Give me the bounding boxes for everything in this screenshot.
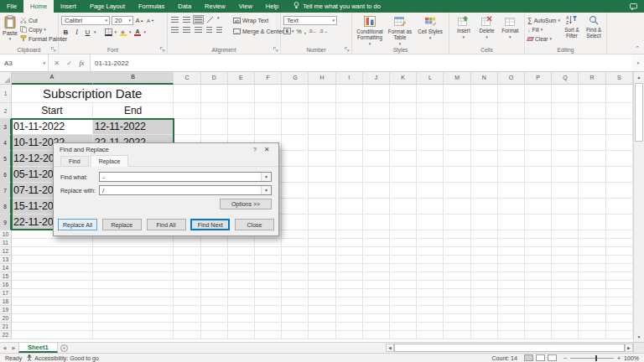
row-header-22[interactable]: 22 — [0, 331, 12, 339]
cell-L15[interactable] — [417, 272, 444, 281]
percent-style-button[interactable]: % — [297, 28, 302, 34]
cell-K4[interactable] — [390, 135, 417, 151]
cell-R22[interactable] — [579, 331, 605, 339]
cell-O14[interactable] — [498, 264, 525, 272]
enter-button[interactable]: ✓ — [63, 59, 75, 67]
cell-F20[interactable] — [255, 314, 282, 323]
cell-R18[interactable] — [579, 297, 605, 306]
cell-K9[interactable] — [390, 215, 417, 230]
new-sheet-button[interactable]: + — [58, 343, 71, 353]
cell-J21[interactable] — [363, 323, 390, 331]
align-bottom-button[interactable] — [194, 16, 203, 23]
cell-H11[interactable] — [309, 239, 335, 247]
cell-C20[interactable] — [174, 314, 200, 323]
cell-H18[interactable] — [309, 297, 335, 306]
cell-R2[interactable] — [579, 103, 605, 119]
cell-K1[interactable] — [390, 85, 417, 103]
merge-center-button[interactable]: ↔ Merge & Center ▾ — [233, 27, 288, 35]
column-header-P[interactable]: P — [525, 72, 552, 85]
center-button[interactable] — [182, 26, 191, 34]
font-color-button[interactable]: A — [133, 28, 143, 37]
cell-B19[interactable] — [93, 306, 174, 314]
decrease-decimal-button[interactable]: .0→ — [319, 28, 328, 34]
cell-C21[interactable] — [174, 323, 200, 331]
cell-H17[interactable] — [309, 289, 335, 297]
cell-Q8[interactable] — [552, 199, 579, 215]
cell-P6[interactable] — [525, 167, 552, 183]
cell-R20[interactable] — [579, 314, 605, 323]
cell-M2[interactable] — [444, 103, 470, 119]
cell-M1[interactable] — [444, 85, 470, 103]
cell-I3[interactable] — [336, 119, 363, 135]
cell-Q5[interactable] — [552, 151, 579, 167]
cell-O13[interactable] — [498, 256, 525, 264]
number-dialog-launcher[interactable] — [345, 47, 350, 52]
cell-K15[interactable] — [390, 272, 417, 281]
cell-P4[interactable] — [525, 135, 552, 151]
insert-function-button[interactable]: fx — [75, 59, 88, 67]
cell-E19[interactable] — [228, 306, 255, 314]
cell-K17[interactable] — [390, 289, 417, 297]
cell-K19[interactable] — [390, 306, 417, 314]
replace-all-button[interactable]: Replace All — [58, 219, 97, 230]
column-header-R[interactable]: R — [579, 72, 605, 85]
cell-K3[interactable] — [390, 119, 417, 135]
cell-K13[interactable] — [390, 256, 417, 264]
cell-D16[interactable] — [201, 281, 228, 289]
cell-J15[interactable] — [363, 272, 390, 281]
cell-B16[interactable] — [93, 281, 174, 289]
cell-O20[interactable] — [498, 314, 525, 323]
cell-Q14[interactable] — [552, 264, 579, 272]
cell-G17[interactable] — [282, 289, 309, 297]
cell-G12[interactable] — [282, 247, 309, 256]
cell-I14[interactable] — [336, 264, 363, 272]
dialog-tab-find[interactable]: Find — [60, 156, 89, 167]
cell-S17[interactable] — [606, 289, 633, 297]
cell-H13[interactable] — [309, 256, 335, 264]
cell-I19[interactable] — [336, 306, 363, 314]
cell-C13[interactable] — [174, 256, 200, 264]
cell-C18[interactable] — [174, 297, 200, 306]
row-header-16[interactable]: 16 — [0, 281, 12, 289]
cell-J12[interactable] — [363, 247, 390, 256]
cell-H8[interactable] — [309, 199, 335, 215]
find-next-button[interactable]: Find Next — [190, 219, 230, 230]
cell-O5[interactable] — [498, 151, 525, 167]
clipboard-dialog-launcher[interactable] — [51, 47, 56, 52]
cell-L20[interactable] — [417, 314, 444, 323]
cell-J13[interactable] — [363, 256, 390, 264]
cell-D11[interactable] — [201, 239, 228, 247]
cell-C1[interactable] — [174, 85, 200, 103]
cell-J7[interactable] — [363, 183, 390, 199]
underline-dropdown[interactable]: ▾ — [94, 30, 96, 34]
cell-P12[interactable] — [525, 247, 552, 256]
select-all-button[interactable] — [0, 72, 12, 85]
cell-N14[interactable] — [471, 264, 498, 272]
cell-O18[interactable] — [498, 297, 525, 306]
column-header-C[interactable]: C — [174, 72, 200, 85]
zoom-slider[interactable] — [570, 358, 614, 359]
cell-R13[interactable] — [579, 256, 605, 264]
cell-O16[interactable] — [498, 281, 525, 289]
cell-G7[interactable] — [282, 183, 309, 199]
cell-E11[interactable] — [228, 239, 255, 247]
cell-M16[interactable] — [444, 281, 470, 289]
cell-N19[interactable] — [471, 306, 498, 314]
cell-S4[interactable] — [606, 135, 633, 151]
copy-dropdown[interactable]: ▾ — [44, 28, 46, 32]
cell-O19[interactable] — [498, 306, 525, 314]
cell-D18[interactable] — [201, 297, 228, 306]
cell-Q21[interactable] — [552, 323, 579, 331]
row-header-7[interactable]: 7 — [0, 183, 12, 199]
increase-decimal-button[interactable]: .0← — [309, 28, 317, 34]
row-header-6[interactable]: 6 — [0, 167, 12, 183]
cell-M20[interactable] — [444, 314, 470, 323]
cell-J3[interactable] — [363, 119, 390, 135]
fill-button[interactable]: ↓Fill▾ — [527, 25, 560, 34]
cell-E2[interactable] — [228, 103, 255, 119]
cell-R11[interactable] — [579, 239, 605, 247]
cell-M8[interactable] — [444, 199, 470, 215]
cell-G1[interactable] — [282, 85, 309, 103]
accounting-format-button[interactable]: $▾ — [283, 28, 294, 34]
cell-J16[interactable] — [363, 281, 390, 289]
